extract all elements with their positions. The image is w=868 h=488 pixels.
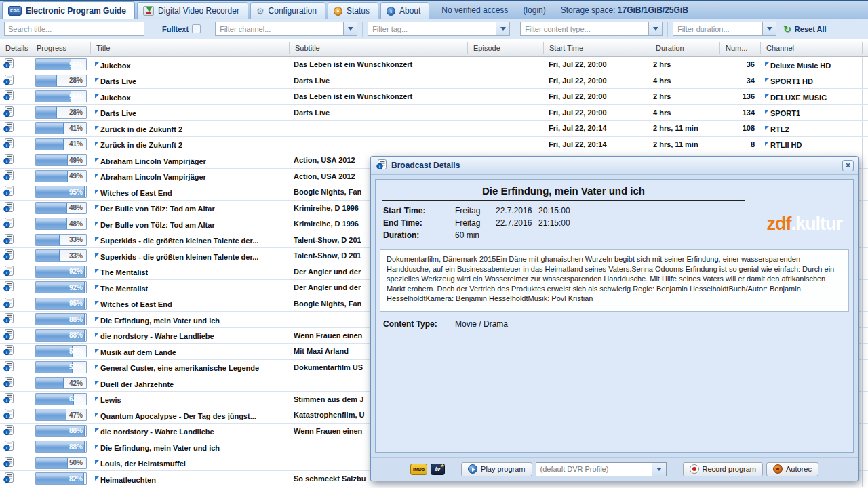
table-row[interactable]: i 56% Jukebox Das Leben ist ein Wunschko… bbox=[0, 57, 868, 73]
details-icon[interactable]: i bbox=[3, 249, 14, 262]
chevron-down-icon[interactable] bbox=[762, 22, 776, 35]
filter-bar: Fulltext Filter channel... Filter tag...… bbox=[0, 19, 868, 39]
progress-fill bbox=[36, 123, 64, 134]
autorec-button[interactable]: Autorec bbox=[766, 462, 818, 476]
progress-bar: 49% bbox=[35, 154, 87, 166]
details-icon[interactable]: i bbox=[3, 170, 14, 182]
close-icon[interactable]: × bbox=[842, 160, 854, 171]
subtitle-cell: Das Leben ist ein Wunschkonzert bbox=[289, 60, 467, 68]
column-header-episode[interactable]: Episode bbox=[467, 42, 543, 54]
status-icon bbox=[334, 7, 342, 16]
search-input[interactable] bbox=[4, 22, 144, 36]
table-right-gutter bbox=[862, 407, 868, 423]
details-icon[interactable]: i bbox=[3, 329, 14, 342]
num-cell: 34 bbox=[719, 77, 760, 85]
record-program-button[interactable]: Record program bbox=[683, 462, 763, 476]
details-icon[interactable]: i bbox=[3, 457, 14, 469]
tv-database-icon[interactable]: tv bbox=[431, 464, 445, 475]
column-header-title[interactable]: Title bbox=[90, 42, 289, 54]
filter-content-type-combo[interactable]: Filter content type... bbox=[520, 22, 663, 36]
details-icon[interactable]: i bbox=[3, 186, 14, 198]
marker-icon bbox=[95, 126, 99, 130]
title-cell: Duell der Jahrzehnte bbox=[100, 380, 174, 388]
details-icon[interactable]: i bbox=[3, 138, 14, 150]
progress-value: 59% bbox=[69, 362, 83, 373]
details-icon[interactable]: i bbox=[3, 425, 14, 437]
table-row[interactable]: i 28% Darts Live Darts Live Fri, Jul 22,… bbox=[0, 105, 868, 121]
tab-digital-video-recorder[interactable]: Digital Video Recorder bbox=[137, 2, 248, 19]
chevron-down-icon[interactable] bbox=[648, 22, 662, 35]
details-icon[interactable]: i bbox=[3, 154, 14, 166]
column-header-channel[interactable]: Channel bbox=[760, 42, 862, 54]
marker-icon bbox=[95, 237, 99, 241]
details-icon[interactable]: i bbox=[3, 266, 14, 278]
play-program-button[interactable]: Play program bbox=[461, 462, 532, 476]
dialog-body: Die Erfindung, mein Vater und ich Start … bbox=[375, 179, 854, 453]
column-header-details[interactable]: Details bbox=[0, 42, 31, 54]
details-icon[interactable]: i bbox=[3, 202, 14, 214]
svg-text:i: i bbox=[6, 398, 7, 403]
duration-cell: 4 hrs bbox=[650, 77, 719, 85]
tab-status[interactable]: Status bbox=[328, 2, 378, 19]
details-icon[interactable]: i bbox=[3, 234, 14, 246]
column-header-num-[interactable]: Num... bbox=[719, 42, 760, 54]
tab-configuration[interactable]: ⚙Configuration bbox=[250, 2, 326, 19]
progress-fill bbox=[36, 409, 66, 420]
reset-all-button[interactable]: ↻ Reset All bbox=[783, 24, 826, 34]
progress-value: 41% bbox=[69, 123, 83, 134]
column-header-progress[interactable]: Progress bbox=[31, 42, 90, 54]
details-icon[interactable]: i bbox=[3, 313, 14, 325]
details-icon[interactable]: i bbox=[3, 409, 14, 421]
filter-tag-combo[interactable]: Filter tag... bbox=[368, 22, 510, 36]
title-cell: Musik auf dem Lande bbox=[100, 348, 176, 357]
details-icon[interactable]: i bbox=[3, 361, 14, 373]
details-icon[interactable]: i bbox=[3, 441, 14, 453]
login-link[interactable]: (login) bbox=[523, 5, 545, 15]
marker-icon bbox=[95, 396, 99, 401]
tab-about[interactable]: iAbout bbox=[380, 2, 429, 19]
progress-value: 95% bbox=[69, 298, 83, 309]
svg-text:i: i bbox=[6, 366, 7, 371]
marker-icon bbox=[95, 301, 99, 305]
details-icon[interactable]: i bbox=[3, 122, 14, 134]
details-icon[interactable]: i bbox=[3, 393, 14, 405]
filter-duration-combo[interactable]: Filter duration... bbox=[673, 22, 776, 36]
details-icon[interactable]: i bbox=[3, 218, 14, 230]
table-right-gutter bbox=[862, 360, 868, 375]
progress-value: 62% bbox=[69, 394, 83, 405]
details-icon[interactable]: i bbox=[3, 106, 14, 119]
table-row[interactable]: i 28% Darts Live Darts Live Fri, Jul 22,… bbox=[0, 73, 868, 89]
details-icon[interactable]: i bbox=[3, 58, 14, 70]
details-icon[interactable]: i bbox=[3, 281, 14, 293]
tab-electronic-program-guide[interactable]: EPGElectronic Program Guide bbox=[2, 1, 135, 19]
column-header-start-time[interactable]: Start Time bbox=[543, 42, 650, 54]
title-cell: Witches of East End bbox=[100, 189, 172, 197]
marker-icon bbox=[95, 476, 99, 481]
details-icon[interactable]: i bbox=[3, 377, 14, 389]
svg-text:i: i bbox=[6, 430, 7, 435]
progress-bar: 42% bbox=[35, 377, 87, 389]
table-row[interactable]: i 41% Zurück in die Zukunft 2 Fri, Jul 2… bbox=[0, 121, 868, 137]
dvr-profile-select[interactable]: (default DVR Profile) bbox=[536, 462, 667, 476]
imdb-icon[interactable]: IMDb bbox=[410, 464, 427, 475]
filter-channel-combo[interactable]: Filter channel... bbox=[215, 22, 357, 36]
column-header-subtitle[interactable]: Subtitle bbox=[289, 42, 467, 54]
progress-bar: 56% bbox=[35, 90, 87, 102]
marker-icon bbox=[95, 413, 99, 417]
num-cell: 8 bbox=[719, 140, 760, 148]
table-row[interactable]: i 56% Jukebox Das Leben ist ein Wunschko… bbox=[0, 89, 868, 105]
details-icon[interactable]: i bbox=[3, 472, 14, 485]
chevron-down-icon[interactable] bbox=[496, 22, 509, 35]
details-icon[interactable]: i bbox=[3, 90, 14, 102]
fulltext-checkbox[interactable] bbox=[192, 24, 201, 33]
about-icon: i bbox=[387, 7, 395, 16]
column-header-duration[interactable]: Duration bbox=[650, 42, 719, 54]
chevron-down-icon[interactable] bbox=[652, 463, 666, 476]
details-icon[interactable]: i bbox=[3, 75, 14, 87]
title-cell: Der Bulle von Tölz: Tod am Altar bbox=[100, 205, 215, 213]
progress-value: 48% bbox=[69, 218, 83, 229]
chevron-down-icon[interactable] bbox=[343, 22, 357, 35]
table-row[interactable]: i 41% Zurück in die Zukunft 2 Fri, Jul 2… bbox=[0, 137, 868, 153]
details-icon[interactable]: i bbox=[3, 345, 14, 357]
details-icon[interactable]: i bbox=[3, 298, 14, 310]
